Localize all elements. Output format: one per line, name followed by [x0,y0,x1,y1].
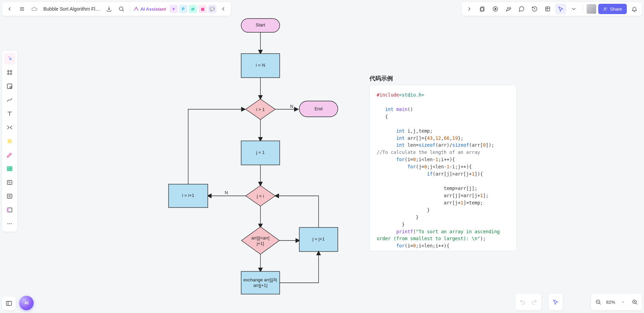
node-end[interactable]: End [299,101,338,117]
svg-text:j < i: j < i [257,193,264,199]
zoom-dropdown[interactable] [618,297,628,307]
undo-redo-group [515,294,541,310]
separator [583,5,583,13]
node-cond-j[interactable]: j < i [246,186,275,206]
share-button[interactable]: Share [598,4,627,14]
svg-text:j+1]: j+1] [256,241,264,246]
node-inc-j[interactable]: j = j+1 [299,227,338,251]
svg-text:j = 1: j = 1 [256,150,265,155]
avatar[interactable] [587,4,596,14]
expand-right-button[interactable] [464,3,475,14]
svg-rect-11 [546,7,550,11]
node-cond-swap[interactable]: arr[j]<arr[ j+1] [242,227,279,254]
comment-icon[interactable] [516,3,527,14]
svg-point-14 [604,8,606,9]
svg-line-50 [636,303,637,304]
svg-text:N: N [225,190,228,195]
node-init-i[interactable]: i = N [241,54,280,78]
svg-text:i = N: i = N [256,63,265,68]
insert-icon[interactable] [542,3,553,14]
cursor-tool-group [548,294,563,310]
svg-text:exchange arr[j]与: exchange arr[j]与 [244,277,278,282]
cursor-mode-button[interactable] [555,3,566,14]
code-title: 代码示例 [369,75,393,82]
svg-rect-6 [480,8,483,11]
node-swap[interactable]: exchange arr[j]与 arr[j+1] [241,271,280,294]
confetti-icon[interactable] [503,3,514,14]
clipboard-icon[interactable] [477,3,488,14]
code-card[interactable]: #include<stdio.h> int main() { int i,j,t… [369,85,517,251]
svg-text:Start: Start [256,22,265,27]
svg-text:j = j+1: j = j+1 [312,236,324,242]
svg-point-9 [510,7,511,8]
svg-text:arr[j+1]: arr[j+1] [254,283,268,288]
node-cond-i[interactable]: i > 1 [246,99,275,120]
node-start[interactable]: Start [241,19,280,32]
node-inc-i[interactable]: i = i+1 [169,184,208,208]
undo-button[interactable] [517,297,528,307]
redo-button[interactable] [529,297,539,307]
zoom-out-button[interactable] [593,297,603,307]
zoom-in-button[interactable] [630,297,640,307]
more-chevron-button[interactable] [568,3,579,14]
svg-text:i = i+1: i = i+1 [182,193,194,198]
svg-line-46 [599,303,600,304]
share-label: Share [610,7,622,12]
svg-text:arr[j]<arr[: arr[j]<arr[ [251,235,269,241]
play-icon[interactable] [490,3,501,14]
topbar-right: Share [462,2,642,16]
history-icon[interactable] [529,3,540,14]
svg-text:End: End [314,106,322,111]
svg-text:i > 1: i > 1 [256,107,265,112]
svg-marker-8 [495,8,497,10]
svg-point-10 [511,8,511,9]
zoom-group: 82% [591,294,642,310]
notifications-icon[interactable] [629,3,640,14]
zoom-level[interactable]: 82% [605,300,616,305]
node-init-j[interactable]: j = 1 [241,141,280,165]
flowchart[interactable]: Start i = N i > 1 N End j = 1 j < i N i … [0,0,378,302]
pointer-button[interactable] [550,297,561,307]
svg-text:N: N [290,104,293,109]
